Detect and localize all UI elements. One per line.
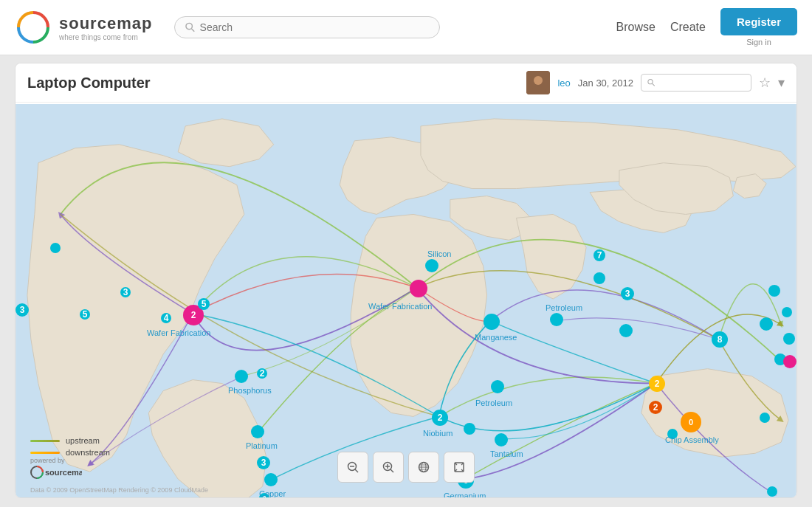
- logo-title: sourcemap: [59, 14, 152, 33]
- panel-search-icon: [647, 78, 656, 87]
- node-label-germanium: Germanium: [444, 492, 486, 497]
- logo-area[interactable]: sourcemap where things come from: [15, 9, 152, 46]
- star-button[interactable]: ☆: [759, 75, 771, 91]
- expand-button[interactable]: [444, 452, 475, 483]
- node-label-platinum: Platinum: [246, 441, 278, 450]
- node-label-manganese: Manganese: [475, 333, 517, 342]
- node-manganese[interactable]: [484, 314, 500, 330]
- node-far-right-3[interactable]: [783, 333, 795, 345]
- svg-line-7: [653, 83, 655, 86]
- logo-subtitle: where things come from: [59, 33, 152, 41]
- node-left-6[interactable]: 5: [198, 298, 210, 310]
- node-left-4[interactable]: 3: [120, 287, 131, 297]
- svg-line-2: [192, 29, 195, 32]
- node-petroleum-top[interactable]: [550, 313, 563, 326]
- node-label-petroleum-top: Petroleum: [546, 303, 582, 312]
- global-search-input[interactable]: [200, 21, 430, 33]
- downstream-label: downstream: [66, 448, 110, 457]
- node-cluster-yellow[interactable]: 2: [649, 376, 665, 392]
- node-label-tantalum: Tantalum: [490, 449, 523, 458]
- node-left-1[interactable]: 3: [257, 456, 270, 469]
- svg-point-4: [534, 76, 543, 85]
- node-label-wafer-fab-center: Wafer Fabrication: [368, 302, 432, 311]
- global-search-box[interactable]: [174, 16, 440, 38]
- node-label-niobium: Niobium: [423, 429, 453, 438]
- node-label-wafer-fab-left: Wafer Fabrication: [147, 328, 210, 337]
- download-button[interactable]: ▾: [778, 75, 785, 91]
- node-silicon[interactable]: [425, 259, 438, 272]
- node-left-3[interactable]: 4: [161, 313, 171, 323]
- svg-point-1: [186, 23, 192, 29]
- upstream-line: [30, 440, 60, 442]
- node-niobium[interactable]: 2: [432, 410, 448, 426]
- panel-meta: leo Jan 30, 2012 ☆ ▾: [526, 71, 785, 94]
- node-petroleum-mid[interactable]: [491, 380, 504, 393]
- register-button[interactable]: Register: [720, 8, 797, 35]
- panel-search-input[interactable]: [658, 77, 745, 88]
- node-upper-right-1[interactable]: [593, 272, 605, 284]
- node-right-2[interactable]: [760, 317, 773, 331]
- node-phosphorus[interactable]: [235, 370, 248, 383]
- node-far-right-2[interactable]: [782, 307, 792, 317]
- panel-title: Laptop Computer: [27, 75, 151, 92]
- node-wafer-fab-center[interactable]: [410, 280, 427, 297]
- node-label-silicon: Silicon: [427, 249, 451, 258]
- node-copper-num: 2: [259, 493, 269, 497]
- powered-by: powered by sourcemap: [30, 457, 82, 483]
- node-tantalum[interactable]: [495, 433, 508, 446]
- globe-icon: [418, 461, 430, 473]
- node-right-5[interactable]: [767, 486, 777, 497]
- signin-link[interactable]: Sign in: [746, 38, 771, 46]
- node-dark-orange[interactable]: 2: [649, 401, 662, 414]
- node-copper[interactable]: [264, 473, 278, 486]
- globe-button[interactable]: [408, 452, 439, 483]
- search-icon: [185, 22, 195, 32]
- node-petroleum-small[interactable]: [464, 423, 475, 435]
- node-sm-right-1[interactable]: [667, 429, 678, 439]
- svg-text:sourcemap: sourcemap: [45, 468, 82, 477]
- nodes-container: 2 Wafer Fabrication Wafer Fabrication Si…: [16, 104, 796, 497]
- node-top-left[interactable]: [50, 243, 61, 253]
- node-upper-right-3[interactable]: 3: [621, 287, 634, 300]
- node-upper-center[interactable]: 7: [593, 249, 605, 261]
- node-platinum[interactable]: [251, 425, 264, 438]
- zoom-in-icon: [382, 461, 394, 473]
- zoom-out-button[interactable]: [337, 452, 368, 483]
- node-pink-right[interactable]: [783, 355, 796, 368]
- powered-by-label: powered by: [30, 457, 82, 464]
- author-name[interactable]: leo: [557, 77, 570, 89]
- node-upper-right-2[interactable]: [619, 324, 633, 337]
- create-link[interactable]: Create: [670, 21, 706, 34]
- legend: upstream downstream: [30, 436, 110, 457]
- svg-line-17: [390, 469, 393, 472]
- node-far-right-1[interactable]: [768, 285, 780, 297]
- legend-downstream: downstream: [30, 448, 110, 457]
- zoom-in-button[interactable]: [373, 452, 404, 483]
- main-panel: Laptop Computer leo Jan 30, 2012 ☆: [15, 63, 797, 498]
- map-controls: [337, 452, 475, 483]
- node-right-4[interactable]: [760, 413, 770, 423]
- node-label-phosphorus: Phosphorus: [228, 386, 272, 395]
- map-area[interactable]: 2 Wafer Fabrication Wafer Fabrication Si…: [16, 104, 796, 497]
- logo-icon: [15, 9, 52, 46]
- expand-icon: [453, 461, 465, 473]
- svg-point-6: [648, 80, 653, 84]
- panel-header: Laptop Computer leo Jan 30, 2012 ☆: [16, 63, 796, 103]
- node-left-5[interactable]: 5: [80, 309, 90, 320]
- nav-links: Browse Create Register Sign in: [616, 8, 797, 46]
- downstream-line: [30, 452, 60, 454]
- node-right-1[interactable]: 8: [712, 331, 728, 348]
- date-label: Jan 30, 2012: [578, 77, 633, 89]
- register-area: Register Sign in: [720, 8, 797, 46]
- legend-upstream: upstream: [30, 436, 110, 445]
- top-navigation: sourcemap where things come from Browse …: [0, 0, 812, 55]
- browse-link[interactable]: Browse: [616, 21, 656, 34]
- powered-by-brand-icon: sourcemap: [30, 464, 82, 480]
- panel-search-box[interactable]: [641, 74, 751, 92]
- node-label-petroleum-mid: Petroleum: [475, 399, 512, 407]
- node-upper-right-4[interactable]: 3: [16, 303, 29, 317]
- node-chip-assembly[interactable]: 0: [681, 412, 701, 432]
- zoom-out-icon: [347, 461, 359, 473]
- powered-by-logo[interactable]: sourcemap: [30, 464, 82, 483]
- node-left-2[interactable]: 2: [257, 368, 267, 379]
